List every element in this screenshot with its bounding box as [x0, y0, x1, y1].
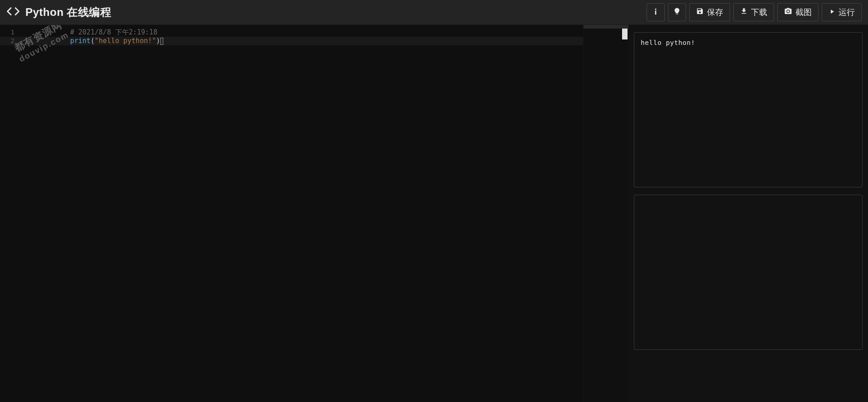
code-line: 2 print("hello python!"): [0, 37, 583, 45]
save-label: 保存: [707, 7, 723, 18]
page-title: Python 在线编程: [25, 5, 112, 20]
download-icon: [740, 7, 748, 17]
run-button[interactable]: 运行: [822, 3, 862, 21]
save-button[interactable]: 保存: [689, 3, 730, 21]
info-button[interactable]: [647, 3, 665, 21]
lightbulb-icon: [673, 7, 681, 18]
output-text: hello python!: [641, 39, 856, 46]
info-icon: [652, 7, 660, 18]
main-area: 都有资源网 douvip.com 1 # 2021/8/8 下午2:19:18 …: [0, 25, 868, 402]
code-function: print: [70, 37, 90, 45]
line-number: 2: [0, 37, 21, 45]
output-pane: hello python!: [628, 25, 868, 402]
output-panel: hello python!: [634, 32, 863, 187]
download-label: 下载: [751, 7, 767, 18]
svg-rect-1: [655, 10, 657, 15]
brand: Python 在线编程: [6, 5, 112, 20]
code-icon: [6, 5, 20, 20]
screenshot-label: 截图: [795, 7, 812, 18]
code-string: "hello python!": [95, 37, 156, 45]
minimap-viewport[interactable]: [584, 25, 628, 29]
minimap-cursor-icon: [622, 29, 628, 39]
camera-icon: [784, 7, 792, 18]
code-paren: (: [91, 37, 95, 45]
secondary-panel: [634, 195, 863, 350]
download-button[interactable]: 下载: [733, 3, 774, 21]
code-editor[interactable]: 1 # 2021/8/8 下午2:19:18 2 print("hello py…: [0, 25, 583, 402]
editor-minimap[interactable]: [583, 25, 628, 402]
svg-point-0: [655, 8, 657, 10]
header-bar: Python 在线编程 保存 下载: [0, 0, 868, 25]
run-label: 运行: [839, 7, 855, 18]
code-paren: ): [156, 37, 160, 45]
play-icon: [829, 8, 835, 17]
hint-button[interactable]: [668, 3, 686, 21]
editor-pane: 都有资源网 douvip.com 1 # 2021/8/8 下午2:19:18 …: [0, 25, 628, 402]
toolbar: 保存 下载 截图 运行: [647, 3, 862, 21]
screenshot-button[interactable]: 截图: [777, 3, 819, 21]
cursor: [160, 38, 163, 45]
line-number: 1: [0, 28, 21, 37]
save-icon: [696, 7, 704, 17]
